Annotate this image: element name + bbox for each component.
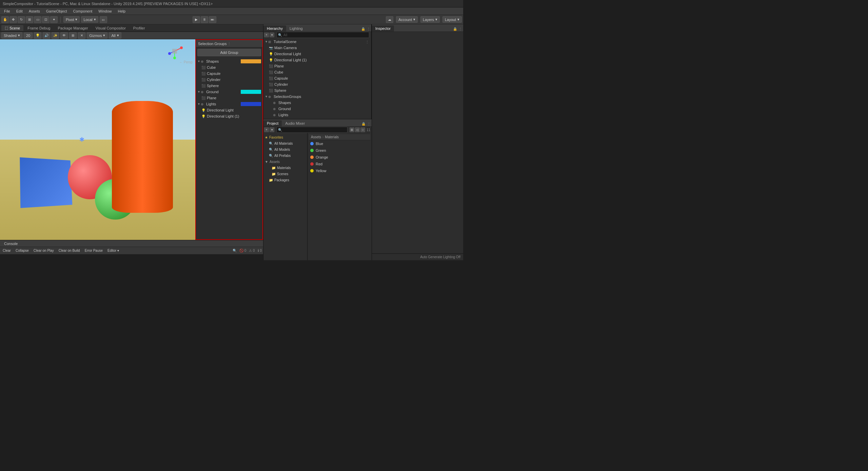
plane-row[interactable]: ⬛ Plane (196, 95, 262, 101)
project-search[interactable]: 🔍 (276, 127, 348, 133)
project-add-btn[interactable]: + (264, 127, 269, 132)
tab-profiler[interactable]: Profiler (130, 25, 149, 31)
console-editor-btn[interactable]: Editor ▾ (106, 248, 120, 253)
all-dropdown[interactable]: All ▾ (109, 32, 121, 39)
pivot-dropdown[interactable]: Pivot ▾ (63, 16, 80, 23)
console-clear-play-btn[interactable]: Clear on Play (32, 248, 55, 253)
material-orange[interactable]: Orange (309, 154, 370, 161)
hierarchy-scene-root[interactable]: ▼ ⊞ TutorialScene ⋮ (263, 39, 371, 45)
material-green[interactable]: Green (309, 147, 370, 154)
cube-row[interactable]: ⬛ Cube (196, 64, 262, 70)
fx-toggle[interactable]: ✨ (52, 32, 59, 39)
console-clear-build-btn[interactable]: Clear on Build (57, 248, 81, 253)
menu-gameobject[interactable]: GameObject (43, 8, 70, 14)
all-prefabs-item[interactable]: 🔍 All Prefabs (263, 152, 307, 159)
hierarchy-lights[interactable]: ⊕ Lights (263, 112, 371, 118)
hierarchy-main-camera[interactable]: 📷 Main Camera (263, 45, 371, 51)
hierarchy-tab[interactable]: Hierarchy (263, 25, 286, 32)
menu-edit[interactable]: Edit (14, 8, 25, 14)
inspector-menu[interactable]: ⋮ (458, 26, 463, 32)
ground-group-row[interactable]: ▼ ⊕ Ground (196, 89, 262, 95)
packages-folder[interactable]: 📁 Packages (263, 177, 307, 183)
tab-framedebug[interactable]: Frame Debug (24, 25, 54, 31)
snap-btn[interactable]: ⚏ (100, 16, 107, 23)
hierarchy-cylinder[interactable]: ⬛ Cylinder (263, 81, 371, 87)
hierarchy-shapes[interactable]: ⊕ Shapes (263, 100, 371, 106)
directional-light-1-row[interactable]: 💡 Directional Light (1) (196, 113, 262, 119)
hierarchy-dir-light[interactable]: 💡 Directional Light (263, 51, 371, 57)
all-materials-item[interactable]: 🔍 All Materials (263, 140, 307, 146)
console-clear-btn[interactable]: Clear (1, 248, 12, 253)
pause-button[interactable]: ⏸ (201, 16, 208, 23)
hierarchy-selectiongroups[interactable]: ▼⊕ SelectionGroups (263, 94, 371, 100)
hierarchy-ground[interactable]: ⊕ Ground (263, 106, 371, 112)
scene-canvas[interactable]: ✱ ← Persp (0, 39, 195, 240)
rect-tool[interactable]: ▭ (34, 16, 41, 23)
project-history[interactable]: ◁ (355, 127, 360, 132)
rotate-tool[interactable]: ↻ (18, 16, 25, 23)
menu-window[interactable]: Window (96, 8, 114, 14)
hierarchy-plane[interactable]: ⬛ Plane (263, 63, 371, 69)
add-group-button[interactable]: Add Group (197, 49, 261, 56)
console-collapse-btn[interactable]: Collapse (14, 248, 30, 253)
all-models-item[interactable]: 🔍 All Models (263, 146, 307, 152)
account-dropdown[interactable]: Account ▾ (396, 16, 418, 23)
orientation-gizmo[interactable] (166, 43, 183, 60)
close-scene[interactable]: ✕ (78, 32, 85, 39)
directional-light-row[interactable]: 💡 Directional Light (196, 107, 262, 113)
scene-menu[interactable]: ⋮ (364, 39, 370, 44)
inspector-lock[interactable]: 🔒 (452, 26, 458, 32)
hierarchy-dir-light-1[interactable]: 💡 Directional Light (1) (263, 57, 371, 63)
menu-help[interactable]: Help (115, 8, 128, 14)
scene-view-toggle[interactable]: 👁 (60, 32, 68, 39)
shapes-group-row[interactable]: ▼ ⊕ Shapes (196, 58, 262, 64)
step-button[interactable]: ⏭ (209, 16, 216, 23)
local-dropdown[interactable]: Local ▾ (81, 16, 98, 23)
move-tool[interactable]: ✥ (9, 16, 17, 23)
project-tab[interactable]: Project (263, 120, 282, 126)
project-filter-btn[interactable]: ▾ (270, 127, 274, 132)
layers-dropdown[interactable]: Layers ▾ (420, 16, 440, 23)
shading-dropdown[interactable]: Shaded ▾ (1, 32, 22, 39)
hierarchy-menu[interactable]: ⋮ (366, 26, 371, 32)
selection-groups-menu[interactable]: ⋮ (226, 41, 232, 46)
transform-tool[interactable]: ⊡ (42, 16, 50, 23)
material-red[interactable]: Red (309, 161, 370, 167)
material-yellow[interactable]: Yellow (309, 167, 370, 174)
cylinder-row[interactable]: ⬛ Cylinder (196, 77, 262, 83)
hierarchy-filter-btn[interactable]: ▾ (270, 33, 274, 37)
hierarchy-cube[interactable]: ⬛ Cube (263, 69, 371, 75)
sphere-row[interactable]: ⬛ Sphere (196, 83, 262, 89)
hierarchy-capsule[interactable]: ⬛ Capsule (263, 75, 371, 81)
tab-packagemgr[interactable]: Package Manager (54, 25, 91, 31)
lighting-tab[interactable]: Lighting (286, 25, 306, 32)
console-error-pause-btn[interactable]: Error Pause (83, 248, 104, 253)
project-star[interactable]: ☆ (360, 127, 365, 132)
custom-tool[interactable]: ✦ (50, 16, 58, 23)
materials-folder[interactable]: 📁 Materials (263, 165, 307, 171)
zoom-dropdown[interactable]: 20 (24, 33, 33, 39)
grid-toggle[interactable]: ⊞ (69, 32, 77, 39)
audio-mixer-tab[interactable]: Audio Mixer (282, 120, 308, 126)
hierarchy-lock[interactable]: 🔒 (360, 26, 366, 32)
project-view-toggle[interactable]: ⊞ (350, 127, 354, 132)
scale-tool[interactable]: ⊞ (26, 16, 33, 23)
tab-scene[interactable]: ⬚ Scene (1, 25, 23, 31)
hand-tool[interactable]: ✋ (1, 16, 9, 23)
inspector-tab[interactable]: Inspector (372, 25, 394, 32)
project-lock[interactable]: 🔒 (361, 121, 366, 126)
hierarchy-sphere[interactable]: ⬛ Sphere (263, 87, 371, 94)
lighting-toggle[interactable]: 💡 (34, 32, 41, 39)
hierarchy-search[interactable]: 🔍 All (276, 32, 369, 38)
cloud-btn[interactable]: ☁ (386, 16, 393, 23)
menu-file[interactable]: File (1, 8, 13, 14)
console-tab[interactable]: Console (1, 241, 20, 246)
play-button[interactable]: ▶ (193, 16, 200, 23)
audio-toggle[interactable]: 🔊 (43, 32, 50, 39)
menu-assets[interactable]: Assets (26, 8, 43, 14)
material-blue[interactable]: Blue (309, 140, 370, 147)
lights-group-row[interactable]: ▼ ⊕ Lights (196, 101, 262, 107)
scenes-folder[interactable]: 📁 Scenes (263, 171, 307, 177)
tab-visualcompositor[interactable]: Visual Compositor (92, 25, 129, 31)
hierarchy-add-btn[interactable]: + (264, 33, 269, 37)
